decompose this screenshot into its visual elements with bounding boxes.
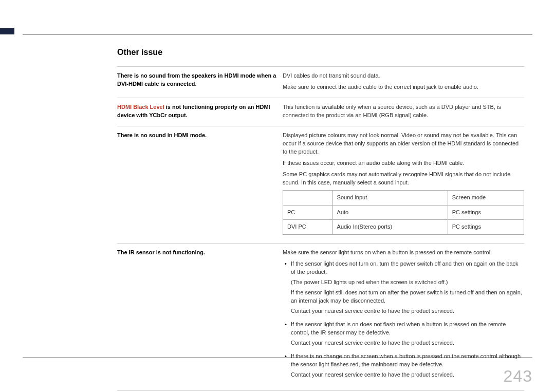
table-row: Sound input Screen mode bbox=[283, 190, 524, 205]
table-cell: Audio In(Stereo ports) bbox=[332, 220, 448, 235]
bullet-sub: Contact your nearest service centre to h… bbox=[291, 371, 524, 379]
issue-row: HDMI Black Level is not functioning prop… bbox=[117, 98, 524, 126]
issue-row: There is no sound in HDMI mode. Displaye… bbox=[117, 126, 524, 244]
table-cell: PC settings bbox=[448, 220, 524, 235]
bullet-main: If there is no change on the screen when… bbox=[291, 353, 521, 367]
list-item: If the sensor light that is on does not … bbox=[283, 321, 524, 347]
table-row: PC Auto PC settings bbox=[283, 205, 524, 220]
answer-text: Make sure to connect the audio cable to … bbox=[283, 83, 524, 91]
issue-row: The IR sensor is not functioning. Make s… bbox=[117, 244, 524, 390]
issue-answer: Displayed picture colours may not look n… bbox=[283, 132, 524, 237]
bullet-main: If the sensor light that is on does not … bbox=[291, 321, 506, 335]
issue-row: There is no sound from the speakers in H… bbox=[117, 66, 524, 98]
header-accent-bar bbox=[0, 28, 14, 34]
issue-label: HDMI Black Level is not functioning prop… bbox=[117, 103, 276, 120]
issue-label: There is no sound in HDMI mode. bbox=[117, 132, 276, 237]
list-item: If the sensor light does not turn on, tu… bbox=[283, 260, 524, 315]
page-number: 243 bbox=[504, 367, 532, 386]
list-item: If there is no change on the screen when… bbox=[283, 352, 524, 379]
issue-answer: DVI cables do not transmit sound data. M… bbox=[283, 72, 524, 91]
answer-text: DVI cables do not transmit sound data. bbox=[283, 72, 524, 80]
issue-highlight: HDMI Black Level bbox=[117, 104, 164, 110]
issue-answer: Make sure the sensor light turns on when… bbox=[283, 249, 524, 384]
sound-input-table: Sound input Screen mode PC Auto PC setti… bbox=[283, 190, 524, 235]
answer-text: This function is available only when a s… bbox=[283, 103, 524, 120]
table-cell: DVI PC bbox=[283, 220, 333, 235]
issue-label: There is no sound from the speakers in H… bbox=[117, 72, 276, 91]
table-cell: PC settings bbox=[448, 205, 524, 220]
section-title: Other issue bbox=[117, 46, 524, 58]
bullet-main: If the sensor light does not turn on, tu… bbox=[291, 260, 519, 275]
table-cell: Screen mode bbox=[448, 190, 524, 205]
answer-text: If these issues occur, connect an audio … bbox=[283, 159, 524, 167]
bottom-divider bbox=[23, 358, 532, 358]
bullet-sub: Contact your nearest service centre to h… bbox=[291, 339, 524, 347]
bullet-list: If the sensor light does not turn on, tu… bbox=[283, 260, 524, 379]
table-cell: PC bbox=[283, 205, 333, 220]
table-cell bbox=[283, 190, 333, 205]
table-cell: Auto bbox=[332, 205, 448, 220]
answer-text: Displayed picture colours may not look n… bbox=[283, 132, 524, 156]
bullet-sub: If the sensor light still does not turn … bbox=[291, 289, 524, 305]
issue-answer: This function is available only when a s… bbox=[283, 103, 524, 120]
main-content: Other issue There is no sound from the s… bbox=[117, 46, 524, 391]
table-cell: Sound input bbox=[332, 190, 448, 205]
bullet-sub: (The power LED lights up red when the sc… bbox=[291, 278, 524, 287]
bullet-sub: Contact your nearest service centre to h… bbox=[291, 307, 524, 315]
table-row: DVI PC Audio In(Stereo ports) PC setting… bbox=[283, 220, 524, 235]
top-divider bbox=[23, 34, 532, 35]
issue-label: The IR sensor is not functioning. bbox=[117, 249, 276, 384]
answer-text: Some PC graphics cards may not automatic… bbox=[283, 171, 524, 187]
answer-text: Make sure the sensor light turns on when… bbox=[283, 249, 524, 257]
